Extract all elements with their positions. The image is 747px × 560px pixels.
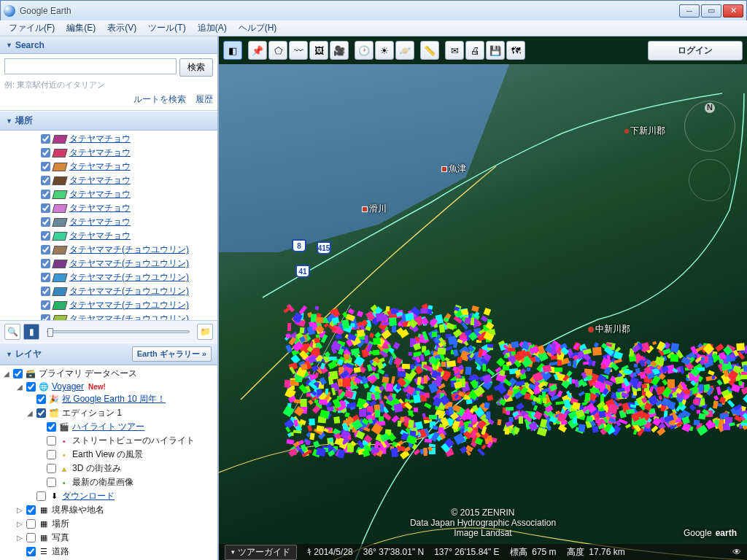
- layer-anniversary[interactable]: 祝 Google Earth 10 周年！: [62, 393, 166, 405]
- view-in-maps-button[interactable]: 🗺: [506, 41, 525, 60]
- search-header[interactable]: Search: [0, 36, 217, 54]
- print-button[interactable]: 🖨: [465, 41, 484, 60]
- layer-highlight-tour[interactable]: ハイライト ツアー: [72, 421, 144, 433]
- places-item-check[interactable]: [41, 231, 50, 241]
- folder-icon[interactable]: 📁: [197, 324, 213, 340]
- maximize-button[interactable]: ▭: [701, 4, 721, 18]
- places-item-check[interactable]: [41, 148, 50, 158]
- places-item-link[interactable]: タテヤママチ(チョウユウリン): [69, 257, 189, 270]
- layer-anniv-check[interactable]: [36, 394, 46, 404]
- layers-header[interactable]: レイヤ Earth ギャラリー »: [0, 343, 217, 365]
- places-item-check[interactable]: [41, 287, 50, 296]
- places-item-check[interactable]: [41, 162, 50, 171]
- layer-voyager[interactable]: Voyager: [52, 381, 84, 392]
- places-item-check[interactable]: [41, 273, 50, 282]
- places-item-check[interactable]: [41, 300, 50, 310]
- places-item[interactable]: タテヤママチ(チョウユウリン): [0, 257, 217, 271]
- places-item[interactable]: タテヤマチョウ: [0, 132, 217, 146]
- places-item-check[interactable]: [41, 245, 50, 254]
- save-image-button[interactable]: 💾: [486, 41, 505, 60]
- places-item-check[interactable]: [41, 190, 50, 199]
- places-item[interactable]: タテヤママチ(チョウユウリン): [0, 284, 217, 298]
- places-item[interactable]: タテヤマチョウ: [0, 201, 217, 215]
- pan-control[interactable]: [689, 159, 731, 201]
- places-item-check[interactable]: [41, 217, 50, 227]
- layer-edition-check[interactable]: [36, 408, 46, 418]
- places-item[interactable]: タテヤママチ(チョウユウリン): [0, 312, 217, 320]
- places-item[interactable]: タテヤママチ(チョウユウリン): [0, 298, 217, 312]
- places-item-link[interactable]: タテヤマチョウ: [69, 188, 131, 201]
- layer-ev-check[interactable]: [47, 450, 56, 459]
- layer-places-check[interactable]: [26, 519, 36, 529]
- layer-roads-check[interactable]: [26, 547, 36, 556]
- close-button[interactable]: ✕: [723, 4, 743, 18]
- places-item-link[interactable]: タテヤマチョウ: [69, 216, 131, 228]
- places-item-link[interactable]: タテヤマチョウ: [69, 147, 131, 159]
- places-header[interactable]: 場所: [0, 111, 217, 131]
- polygon-button[interactable]: ⬠: [268, 41, 287, 60]
- places-item-link[interactable]: タテヤママチ(チョウユウリン): [69, 271, 189, 284]
- earth-gallery-button[interactable]: Earth ギャラリー »: [132, 346, 212, 362]
- compass-control[interactable]: N: [684, 101, 735, 152]
- email-button[interactable]: ✉: [445, 41, 464, 60]
- places-item-check[interactable]: [41, 259, 50, 268]
- menu-view[interactable]: 表示(V): [103, 20, 141, 36]
- layer-3dcity-check[interactable]: [47, 464, 56, 473]
- places-item-link[interactable]: タテヤマチョウ: [69, 230, 131, 242]
- layers-tree[interactable]: ◢🗃️プライマリ データベース ◢🌐VoyagerNew! 🎉祝 Google …: [0, 365, 217, 560]
- layer-primary-check[interactable]: [13, 369, 23, 378]
- opacity-slider[interactable]: [47, 330, 190, 333]
- places-item-link[interactable]: タテヤマチョウ: [69, 202, 131, 214]
- planet-button[interactable]: 🪐: [395, 41, 414, 60]
- record-tour-button[interactable]: 🎥: [330, 41, 349, 60]
- menu-file[interactable]: ファイル(F): [4, 20, 59, 36]
- places-item[interactable]: タテヤマチョウ: [0, 146, 217, 160]
- layer-photos-check[interactable]: [26, 533, 36, 542]
- places-item-check[interactable]: [41, 134, 50, 144]
- search-button[interactable]: 検索: [179, 58, 213, 77]
- places-item-link[interactable]: タテヤママチ(チョウユウリン): [69, 285, 189, 298]
- places-item-link[interactable]: タテヤママチ(チョウユウリン): [69, 299, 189, 311]
- places-item-link[interactable]: タテヤマチョウ: [69, 160, 131, 173]
- tour-guide-button[interactable]: ツアーガイド: [225, 545, 297, 560]
- overlay-button[interactable]: 🖼: [309, 41, 328, 60]
- layer-voyager-check[interactable]: [26, 382, 36, 392]
- search-places-icon[interactable]: 🔍: [4, 324, 20, 340]
- places-item[interactable]: タテヤマチョウ: [0, 174, 217, 187]
- places-item-check[interactable]: [41, 203, 50, 213]
- menu-tools[interactable]: ツール(T): [144, 20, 190, 36]
- layer-dl-check[interactable]: [36, 491, 46, 501]
- places-item[interactable]: タテヤママチ(チョウユウリン): [0, 243, 217, 257]
- layer-highlight-check[interactable]: [47, 422, 56, 432]
- menu-add[interactable]: 追加(A): [193, 20, 231, 36]
- places-item[interactable]: タテヤマチョウ: [0, 215, 217, 229]
- places-item-link[interactable]: タテヤマチョウ: [69, 174, 131, 187]
- places-item[interactable]: タテヤマチョウ: [0, 229, 217, 243]
- layer-borders-check[interactable]: [26, 505, 36, 515]
- places-view-toggle[interactable]: ▮: [23, 324, 39, 340]
- map-canvas[interactable]: 8 415 41 魚津 滑川 下新川郡 中新川郡 N © 2015 ZENRIN…: [219, 64, 747, 560]
- places-item-link[interactable]: タテヤママチ(チョウユウリン): [69, 313, 189, 320]
- route-search-link[interactable]: ルートを検索: [133, 94, 186, 104]
- search-input[interactable]: [4, 58, 177, 74]
- places-item[interactable]: タテヤマチョウ: [0, 187, 217, 201]
- sunlight-button[interactable]: ☀: [375, 41, 394, 60]
- history-button[interactable]: 🕑: [355, 41, 374, 60]
- places-item-check[interactable]: [41, 176, 50, 185]
- places-item[interactable]: タテヤマチョウ: [0, 160, 217, 174]
- layer-sat-check[interactable]: [47, 478, 56, 487]
- menu-help[interactable]: ヘルプ(H): [234, 20, 282, 36]
- sidebar-toggle-button[interactable]: ◧: [223, 41, 242, 60]
- places-item-link[interactable]: タテヤマチョウ: [69, 133, 131, 145]
- path-button[interactable]: 〰: [289, 41, 308, 60]
- places-item-link[interactable]: タテヤママチ(チョウユウリン): [69, 244, 189, 256]
- places-tree[interactable]: タテヤマチョウタテヤマチョウタテヤマチョウタテヤマチョウタテヤマチョウタテヤマチ…: [0, 131, 217, 320]
- layer-sv-check[interactable]: [47, 436, 56, 446]
- layer-download[interactable]: ダウンロード: [62, 490, 115, 502]
- minimize-button[interactable]: ─: [679, 4, 700, 18]
- menu-edit[interactable]: 編集(E): [62, 20, 100, 36]
- login-button[interactable]: ログイン: [648, 41, 743, 61]
- placemark-button[interactable]: 📌: [248, 41, 267, 60]
- history-link[interactable]: 履歴: [196, 94, 213, 104]
- map-area[interactable]: ◧ 📌 ⬠ 〰 🖼 🎥 🕑 ☀ 🪐 📏 ✉ 🖨 💾 🗺 ログイン: [219, 36, 747, 560]
